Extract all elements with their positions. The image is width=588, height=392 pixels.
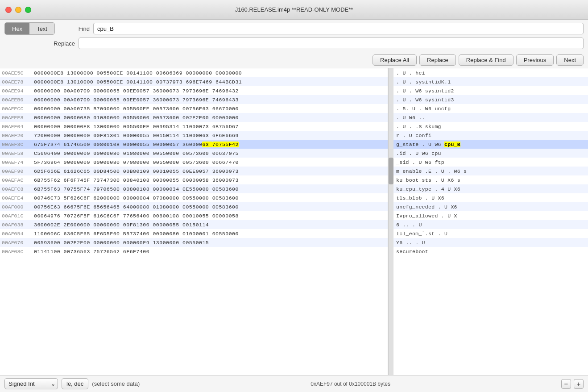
- maximize-button[interactable]: [25, 7, 31, 13]
- hex-row[interactable]: 00AEF745F736964 00000000 00000080 070800…: [0, 158, 388, 167]
- text-button[interactable]: Text: [29, 23, 54, 34]
- replace-label: Replace: [44, 40, 75, 47]
- text-row[interactable]: Ivpro_allowed . U X: [393, 211, 588, 220]
- text-row[interactable]: tls_blob . U X6: [393, 193, 588, 202]
- text-content: . U W6 ..: [396, 115, 425, 121]
- hex-row[interactable]: 00AEE9400000000 00A00709 00000055 00EE00…: [0, 86, 388, 95]
- text-row[interactable]: Y6 .. . U: [393, 238, 588, 247]
- replace-all-button[interactable]: Replace All: [373, 54, 417, 66]
- text-row[interactable]: lcl_eom_`.st . U: [393, 229, 588, 238]
- zoom-in-button[interactable]: +: [574, 379, 584, 389]
- hex-bytes: 00756E63 66675F6E 65656465 64000080 0108…: [34, 204, 386, 210]
- text-content: secureboot: [396, 249, 428, 254]
- text-highlight: cpu_B: [444, 142, 460, 147]
- text-scroll[interactable]: . U . hci . U . sysintidK.1 . U . W6 sys…: [393, 68, 588, 375]
- hex-bytes: 1100006C 636C5F65 6F6D5F60 B5737400 0000…: [34, 231, 386, 237]
- replace-row: Replace: [4, 38, 584, 49]
- hex-address: 00AEFAC: [2, 177, 34, 183]
- hex-row[interactable]: 00AEF906D5F656E 61626C65 00D84500 00B801…: [0, 167, 388, 175]
- hex-row[interactable]: 00AF07000593600 002E2E00 00000000 000000…: [0, 238, 388, 247]
- text-row[interactable]: 6 .. . U: [393, 220, 588, 229]
- minimize-button[interactable]: [15, 7, 21, 13]
- action-bar: Replace All Replace Replace & Find Previ…: [0, 52, 588, 68]
- hex-address: 00AEEB0: [2, 97, 34, 103]
- toolbar: Hex Text Find Replace: [0, 20, 588, 52]
- hex-row[interactable]: 00AEEE800000000 00000080 01080000 005500…: [0, 113, 388, 122]
- window-controls[interactable]: [5, 7, 31, 13]
- titlebar: J160.RELEASE.im4p **READ-ONLY MODE**: [0, 0, 588, 20]
- text-row[interactable]: g_state . U W6 cpu_B: [393, 140, 588, 149]
- text-row[interactable]: r . U confi: [393, 131, 588, 140]
- hex-bytes: 72000000 00000000 00F81301 00000055 0015…: [34, 133, 386, 138]
- hex-row[interactable]: 00AEFE400746C73 5F626C6F 62000000 000000…: [0, 193, 388, 202]
- text-row[interactable]: ku_boot_sts . U X6 s: [393, 175, 588, 184]
- text-row[interactable]: . U . hci: [393, 68, 588, 77]
- le-dec-button[interactable]: le, dec: [62, 378, 88, 389]
- text-row[interactable]: m_enable .E . U . W6 s: [393, 167, 588, 175]
- scrollbar-thumb[interactable]: [389, 158, 393, 184]
- replace-button[interactable]: Replace: [419, 54, 456, 66]
- hex-row[interactable]: 00AF0541100006C 636C5F65 6F6D5F60 B57374…: [0, 229, 388, 238]
- hex-address: 00AF01C: [2, 213, 34, 219]
- text-row[interactable]: . U . sysintidK.1: [393, 77, 588, 86]
- text-content: Ivpro_allowed . U X: [396, 213, 457, 219]
- hex-bytes: 00000000 00A00735 B7090000 005500EE 0057…: [34, 106, 386, 112]
- text-row[interactable]: .id . U W6 cpu: [393, 149, 588, 158]
- previous-button[interactable]: Previous: [516, 54, 554, 66]
- text-row[interactable]: ku_cpu_type . 4 U X6: [393, 184, 588, 193]
- hex-bytes: 6B755F62 6F6F745F 73747300 00840108 0000…: [34, 177, 386, 183]
- hex-address: 00AEF20: [2, 133, 34, 138]
- hex-row[interactable]: 00AEFC86B755F63 70755F74 79706500 008001…: [0, 184, 388, 193]
- hex-row[interactable]: 00AF01C00064976 70726F5F 616C6C6F 776564…: [0, 211, 388, 220]
- hex-row[interactable]: 00AEE5C0000000E8 13000000 005500EE 00141…: [0, 68, 388, 77]
- hex-address: 00AEF90: [2, 168, 34, 174]
- hex-row[interactable]: 00AF08C01141100 00736563 75726562 6F6F74…: [0, 247, 388, 256]
- hex-row[interactable]: 00AEE780000000E8 13010000 005500EE 00141…: [0, 77, 388, 86]
- replace-find-button[interactable]: Replace & Find: [459, 54, 513, 66]
- hex-highlight: 63: [202, 142, 212, 147]
- text-content: . U . hci: [396, 70, 425, 76]
- hex-bytes: 6D5F656E 61626C65 00D84500 00B80109 0001…: [34, 168, 386, 174]
- text-row[interactable]: . U . W6 sysintid2: [393, 86, 588, 95]
- hex-row[interactable]: 00AEEB000000000 00A00709 00000055 00EE00…: [0, 95, 388, 104]
- hex-address: 00AF08C: [2, 249, 34, 254]
- next-button[interactable]: Next: [556, 54, 584, 66]
- hex-row[interactable]: 00AEFAC6B755F62 6F6F745F 73747300 008401…: [0, 175, 388, 184]
- hex-row[interactable]: 00AEF3C675F7374 61746500 00800108 000000…: [0, 140, 388, 149]
- hex-address: 00AEFC8: [2, 186, 34, 192]
- zoom-controls: − +: [561, 379, 584, 389]
- hex-bytes: 00746C73 5F626C6F 62000000 00000084 0708…: [34, 195, 386, 201]
- hex-row[interactable]: 00AEECC00000000 00A00735 B7090000 005500…: [0, 104, 388, 113]
- hex-bytes: 0000000E8 13000000 005500EE 00141100 006…: [34, 70, 386, 76]
- text-row[interactable]: . U W6 ..: [393, 113, 588, 122]
- hex-button[interactable]: Hex: [5, 23, 29, 34]
- signed-int-select[interactable]: Signed IntUnsigned IntFloatDouble: [4, 378, 58, 389]
- text-content: _sid . U W6 ftp: [396, 159, 444, 165]
- text-content: tls_blob . U X6: [396, 195, 444, 201]
- hex-bytes: 00000000 00A00709 00000055 00EE0057 3600…: [34, 88, 386, 94]
- find-label: Find: [58, 25, 90, 32]
- hex-row[interactable]: 00AEF0400000000 000000E8 13000000 005500…: [0, 122, 388, 131]
- hex-row[interactable]: 00AF00000756E63 66675F6E 65656465 640000…: [0, 202, 388, 211]
- zoom-out-button[interactable]: −: [561, 379, 571, 389]
- hex-scroll[interactable]: 00AEE5C0000000E8 13000000 005500EE 00141…: [0, 68, 388, 375]
- hex-text-toggle[interactable]: Hex Text: [4, 22, 55, 35]
- hex-row[interactable]: 00AEF58C5696400 00000000 00000080 010800…: [0, 149, 388, 158]
- text-row[interactable]: . U . W6 sysintid3: [393, 95, 588, 104]
- hex-row[interactable]: 00AF0383600002E 2E000000 00000000 00F813…: [0, 220, 388, 229]
- text-row[interactable]: secureboot: [393, 247, 588, 256]
- hex-bytes: 01141100 00736563 75726562 6F6F7400: [34, 249, 386, 254]
- signed-int-wrapper[interactable]: Signed IntUnsigned IntFloatDouble: [4, 378, 58, 389]
- replace-input[interactable]: [79, 38, 584, 49]
- hex-address: 00AEE5C: [2, 70, 34, 76]
- close-button[interactable]: [5, 7, 12, 13]
- text-row[interactable]: _sid . U W6 ftp: [393, 158, 588, 167]
- find-input[interactable]: [93, 23, 584, 34]
- scrollbar[interactable]: [388, 68, 393, 375]
- hex-bytes: 00000000 00000080 01080000 00550000 0057…: [34, 115, 386, 121]
- text-row[interactable]: . 5. U . W6 uncfg: [393, 104, 588, 113]
- hex-row[interactable]: 00AEF2072000000 00000000 00F81301 000000…: [0, 131, 388, 140]
- text-row[interactable]: . U . .S skumg: [393, 122, 588, 131]
- text-row[interactable]: uncfg_needed . U X6: [393, 202, 588, 211]
- hex-address: 00AEF74: [2, 159, 34, 165]
